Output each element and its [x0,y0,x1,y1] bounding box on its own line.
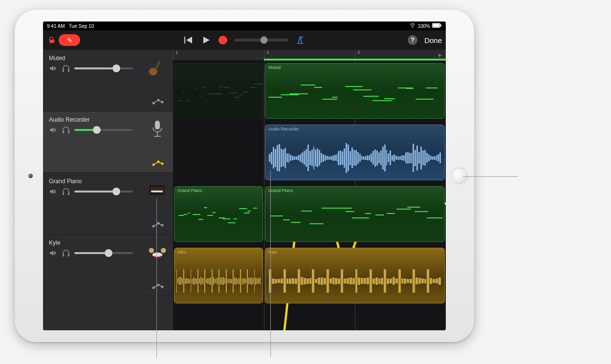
svg-rect-36 [151,191,163,193]
svg-rect-44 [68,254,69,257]
position-scrubber[interactable] [234,39,288,42]
region-label: Muted [265,64,444,71]
svg-rect-3 [440,24,441,26]
mute-icon[interactable] [49,126,57,134]
callout-line [156,198,157,358]
automation-toggle[interactable] [152,221,164,228]
region[interactable]: Audio Recorder [265,125,445,180]
help-button[interactable]: ? [408,35,417,45]
svg-rect-34 [68,193,69,195]
home-button[interactable] [451,168,468,184]
svg-rect-33 [63,193,64,195]
track-lane[interactable]: Grand PianoGrand Piano [173,183,446,245]
track-lane[interactable]: Muted [173,60,446,122]
region-label [175,64,262,66]
main-toolbar: ✎ ? [43,30,446,50]
workspace: Muted Audio Recorder [43,50,446,330]
volume-slider[interactable] [74,252,133,254]
status-time: 9:41 AM [47,23,65,29]
mute-icon[interactable] [49,64,57,72]
region-label: Grand Piano [265,187,444,194]
help-icon: ? [411,37,414,43]
track-header[interactable]: Muted [43,50,173,111]
track-header[interactable]: Audio Recorder [43,111,173,173]
svg-rect-4 [49,39,55,43]
mute-icon[interactable] [49,249,57,257]
svg-point-46 [153,253,163,257]
status-left: 9:41 AM Tue Sep 10 [47,23,94,29]
region-label: Grand Piano [175,187,262,194]
status-bar: 9:41 AM Tue Sep 10 100% [43,21,446,30]
track-header[interactable]: Grand Piano [43,173,173,235]
automation-toggle[interactable] [152,98,164,105]
scrubber-knob[interactable] [260,36,268,44]
svg-rect-2 [433,24,440,27]
record-button[interactable] [218,36,227,44]
svg-rect-5 [184,37,185,43]
status-date: Tue Sep 10 [69,23,94,29]
svg-rect-24 [155,121,160,129]
instrument-icon[interactable] [148,181,167,200]
automation-toggle[interactable] [152,160,164,167]
rewind-button[interactable] [183,35,194,45]
metronome-button[interactable] [295,35,306,45]
callout-line [270,170,271,358]
region[interactable] [174,63,263,119]
svg-point-47 [149,248,154,253]
svg-rect-23 [68,131,69,133]
svg-marker-9 [50,66,53,71]
svg-marker-40 [50,251,53,256]
track-lanes: MutedAudio Recorder Grand PianoGrand Pia… [173,60,446,330]
callout-line [463,176,518,177]
region[interactable]: Grand Piano [174,186,263,242]
instrument-icon[interactable] [148,242,167,262]
region[interactable]: Kyle [265,248,445,303]
lock-button[interactable] [47,35,57,45]
headphones-icon[interactable] [62,188,69,195]
track-lane[interactable]: IntroKyle [173,245,446,306]
volume-slider[interactable] [74,191,133,193]
region-label: Audio Recorder [265,125,444,133]
svg-rect-13 [68,69,69,72]
svg-marker-19 [50,128,53,132]
svg-rect-12 [63,69,64,72]
svg-marker-7 [203,37,210,43]
mute-icon[interactable] [49,188,57,195]
svg-point-48 [161,248,166,253]
volume-slider[interactable] [74,67,133,69]
svg-marker-30 [50,189,53,194]
track-lane[interactable]: Audio Recorder [173,122,446,183]
tracks-area[interactable]: 1 2 3 ＋ MutedAudio Recorder Grand PianoG… [173,50,446,330]
region[interactable]: Muted [265,63,445,119]
svg-marker-6 [186,37,192,43]
track-header[interactable]: Kyle [43,235,173,296]
wifi-icon [410,23,415,29]
svg-point-0 [413,27,414,28]
screen: 9:41 AM Tue Sep 10 100% [43,21,446,330]
front-camera [28,174,33,178]
instrument-icon[interactable] [148,58,167,77]
play-button[interactable] [201,35,212,45]
ipad-frame: 9:41 AM Tue Sep 10 100% [15,10,474,342]
region[interactable]: Grand Piano [265,186,445,242]
battery-icon [432,23,442,29]
region[interactable]: Intro [174,248,263,303]
battery-text: 100% [417,23,430,29]
automation-toggle[interactable] [152,283,164,290]
instrument-icon[interactable] [148,119,167,139]
svg-rect-43 [63,254,64,257]
svg-rect-22 [63,131,64,133]
status-right: 100% [410,23,442,29]
headphones-icon[interactable] [62,249,69,257]
region-label: Kyle [265,248,444,256]
done-button[interactable]: Done [424,36,442,44]
edit-mode-toggle[interactable]: ✎ [59,34,80,46]
headphones-icon[interactable] [62,126,69,134]
region-label: Intro [175,248,262,256]
track-headers-panel: Muted Audio Recorder [43,50,173,330]
svg-rect-15 [154,61,160,71]
ruler-segment[interactable]: 1 [173,50,264,60]
headphones-icon[interactable] [62,64,69,72]
pencil-icon: ✎ [67,37,72,44]
volume-slider[interactable] [74,129,133,131]
